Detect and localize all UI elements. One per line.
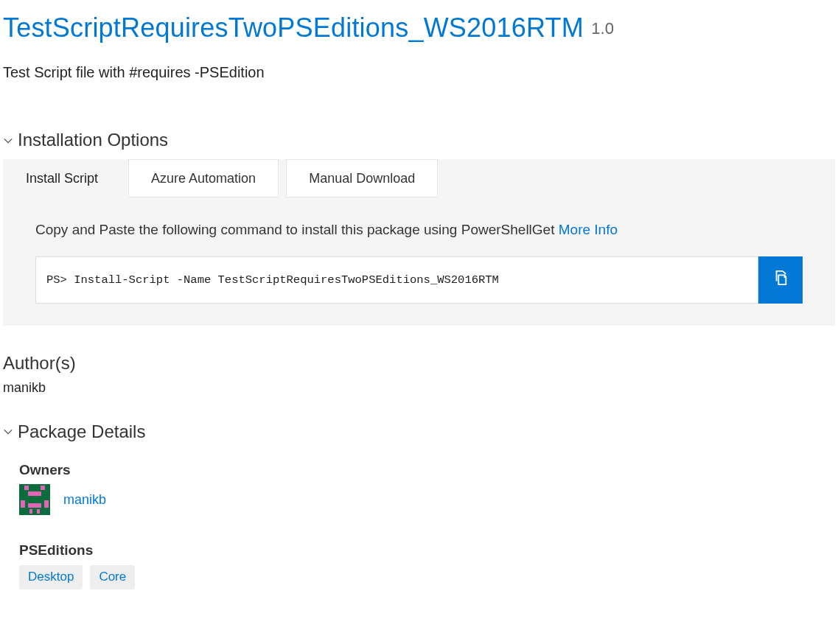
installation-panel: Install Script Azure Automation Manual D… (3, 159, 835, 326)
package-title-row: TestScriptRequiresTwoPSEditions_WS2016RT… (3, 9, 835, 47)
package-description: Test Script file with #requires -PSEditi… (3, 62, 835, 83)
package-details-heading: Package Details (18, 419, 145, 445)
authors-value: manikb (3, 378, 835, 397)
chevron-down-icon (3, 427, 13, 437)
install-tabs: Install Script Azure Automation Manual D… (3, 159, 835, 197)
owner-link[interactable]: manikb (63, 490, 106, 509)
owners-heading: Owners (19, 460, 835, 480)
psedition-tag-desktop[interactable]: Desktop (19, 565, 83, 589)
package-details-toggle[interactable]: Package Details (3, 419, 835, 445)
owner-row: manikb (19, 484, 835, 515)
pseditions-row: Desktop Core (19, 565, 835, 589)
tab-azure-automation[interactable]: Azure Automation (128, 159, 279, 197)
copy-icon (772, 269, 789, 291)
pseditions-heading: PSEditions (19, 540, 835, 561)
tab-manual-download[interactable]: Manual Download (286, 159, 438, 197)
copy-button[interactable] (758, 256, 803, 304)
install-instruction-row: Copy and Paste the following command to … (35, 220, 803, 240)
installation-options-heading: Installation Options (18, 127, 168, 153)
psedition-tag-core[interactable]: Core (90, 565, 135, 589)
install-instruction: Copy and Paste the following command to … (35, 222, 559, 237)
package-version: 1.0 (591, 19, 614, 38)
more-info-link[interactable]: More Info (559, 222, 618, 237)
package-details-body: Owners manikb PSEditions Desktop Core (3, 460, 835, 589)
owner-avatar[interactable] (19, 484, 50, 515)
chevron-down-icon (3, 136, 13, 146)
tab-install-script[interactable]: Install Script (3, 159, 121, 197)
authors-heading: Author(s) (3, 351, 835, 377)
installation-options-toggle[interactable]: Installation Options (3, 127, 835, 153)
package-name[interactable]: TestScriptRequiresTwoPSEditions_WS2016RT… (3, 13, 584, 43)
install-command[interactable]: PS> Install-Script -Name TestScriptRequi… (35, 256, 758, 304)
